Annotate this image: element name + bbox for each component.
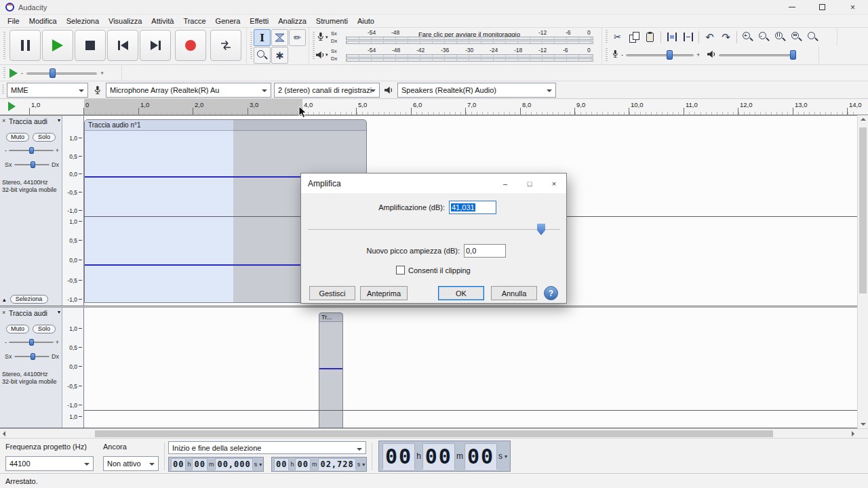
toolbar-grip[interactable] [3, 32, 5, 59]
undo-button[interactable]: ↶ [702, 29, 717, 45]
horizontal-scrollbar[interactable] [0, 428, 868, 438]
menu-file[interactable]: File [3, 15, 24, 27]
slider-thumb[interactable] [31, 161, 35, 168]
manage-button[interactable]: Gestisci [309, 286, 355, 300]
cut-button[interactable]: ✂ [610, 29, 625, 45]
playback-meter[interactable]: ▾ SxDx -54 -48 -42 -36 -30 -24 -18 -12 -… [315, 46, 599, 63]
stop-button[interactable] [75, 30, 106, 61]
menu-seleziona[interactable]: Seleziona [62, 15, 104, 27]
help-button[interactable]: ? [544, 286, 558, 300]
play-button[interactable] [42, 30, 73, 61]
toolbar-grip[interactable] [606, 48, 608, 62]
record-button[interactable] [175, 30, 206, 61]
ok-button[interactable]: OK [438, 286, 484, 300]
mute-button[interactable]: Muto [6, 133, 29, 142]
toolbar-grip[interactable] [606, 30, 608, 44]
track-title-dropdown[interactable]: Traccia audi▾ [9, 309, 60, 317]
chevron-down-icon[interactable]: ▾ [326, 52, 331, 58]
selection-end-time[interactable]: 00h 00m 02,728s ▾ [271, 457, 367, 472]
zoom-selection-button[interactable] [772, 29, 788, 45]
slider-thumb[interactable] [29, 339, 34, 346]
toolbar-grip[interactable] [2, 85, 4, 95]
selection-tool-button[interactable]: I [254, 29, 271, 46]
paste-button[interactable] [642, 29, 658, 45]
track-close-button[interactable]: × [2, 117, 5, 124]
zoom-toggle-button[interactable] [805, 29, 821, 45]
menu-effetti[interactable]: Effetti [245, 15, 273, 27]
clip-header[interactable]: Traccia audio n°1 [85, 120, 366, 131]
clip-header[interactable]: Tr... [319, 313, 342, 322]
dialog-maximize-button[interactable]: □ [517, 174, 542, 193]
dialog-close-button[interactable]: × [542, 174, 566, 193]
selection-start-time[interactable]: 00h 00m 00,000s ▾ [168, 457, 264, 472]
loop-button[interactable] [210, 30, 241, 61]
track-2-waveform-area[interactable]: Tr... [84, 308, 857, 428]
skip-to-end-button[interactable] [140, 30, 171, 61]
slider-thumb[interactable] [50, 68, 56, 78]
envelope-tool-button[interactable] [271, 29, 288, 46]
window-minimize-button[interactable] [776, 0, 807, 14]
play-at-speed-button[interactable] [9, 68, 18, 78]
toolbar-grip[interactable] [250, 32, 252, 59]
slider-thumb[interactable] [537, 224, 545, 235]
redo-button[interactable]: ↷ [718, 29, 734, 45]
cancel-button[interactable]: Annulla [491, 286, 537, 300]
snap-select[interactable]: Non attivo [103, 456, 159, 471]
toolbar-grip[interactable] [3, 67, 5, 79]
vertical-scale-ruler[interactable]: 1,0 0,5 0,0 -0,5 -1,0 1,0 [62, 308, 84, 428]
copy-button[interactable] [626, 29, 642, 45]
menu-modifica[interactable]: Modifica [24, 15, 62, 27]
vertical-scrollbar[interactable] [857, 115, 868, 428]
audio-position-time[interactable]: 00h 00m 00s ▾ [378, 441, 511, 472]
pause-button[interactable] [9, 30, 41, 61]
solo-button[interactable]: Solo [33, 325, 56, 333]
collapse-track-button[interactable]: ▴ [3, 296, 6, 303]
slider-thumb[interactable] [790, 50, 796, 60]
project-rate-select[interactable]: 44100 [5, 456, 94, 471]
audio-host-select[interactable]: MME [7, 83, 88, 98]
chevron-down-icon[interactable]: ▾ [505, 453, 507, 460]
zoom-out-button[interactable]: - [756, 29, 772, 45]
amplification-slider[interactable] [308, 224, 560, 236]
playback-device-select[interactable]: Speakers (Realtek(R) Audio) [397, 83, 556, 98]
selection-range-mode-select[interactable]: Inizio e fine della selezione [168, 441, 366, 454]
trim-outside-selection-button[interactable] [664, 29, 679, 45]
chevron-down-icon[interactable]: ▾ [259, 462, 262, 468]
play-head-pin-icon[interactable] [8, 102, 16, 111]
recording-volume-slider[interactable] [626, 49, 694, 60]
vertical-scale-ruler[interactable]: 1,0 0,5 0,0 -0,5 -1,0 1,0 0,5 0,0 -0,5 -… [62, 116, 84, 306]
audio-clip[interactable]: Tr... [319, 312, 343, 428]
dialog-minimize-button[interactable]: – [493, 174, 517, 193]
menu-tracce[interactable]: Tracce [178, 15, 210, 27]
track-pan-slider[interactable] [14, 161, 50, 169]
menu-strumenti[interactable]: Strumenti [311, 15, 353, 27]
menu-aiuto[interactable]: Aiuto [353, 15, 379, 27]
scrollbar-thumb[interactable] [859, 127, 867, 293]
track-pan-slider[interactable] [14, 352, 50, 361]
multi-tool-button[interactable]: ∗ [271, 47, 288, 64]
menu-genera[interactable]: Genera [211, 15, 245, 27]
menu-visualizza[interactable]: Visualizza [104, 15, 146, 27]
menu-analizza[interactable]: Analizza [273, 15, 311, 27]
allow-clipping-checkbox[interactable] [396, 266, 405, 274]
zoom-fit-button[interactable] [789, 29, 804, 45]
timeline-ruler[interactable]: 1,0 0 1,0 2,0 3,0 4,0 5,0 6,0 7,0 8,0 9,… [0, 99, 868, 115]
silence-selection-button[interactable] [680, 29, 696, 45]
play-speed-slider[interactable] [26, 68, 97, 79]
menu-attivita[interactable]: Attività [146, 15, 178, 27]
zoom-tool-button[interactable] [254, 47, 271, 64]
track-gain-slider[interactable] [9, 338, 54, 346]
skip-to-start-button[interactable] [107, 30, 138, 61]
recording-meter[interactable]: ▾ SxDx -54 -48 Fare clic per avviare il … [315, 28, 599, 45]
mute-button[interactable]: Muto [6, 325, 29, 333]
track-title-dropdown[interactable]: Traccia audi▾ [9, 117, 60, 125]
amplification-input[interactable]: 41,031 [449, 201, 496, 214]
chevron-down-icon[interactable]: ▾ [362, 462, 365, 468]
chevron-down-icon[interactable]: ▾ [326, 35, 331, 40]
select-track-button[interactable]: Seleziona [10, 295, 48, 304]
scrollbar-thumb[interactable] [95, 430, 773, 437]
slider-thumb[interactable] [31, 353, 35, 360]
recording-meter-scale[interactable]: -54 -48 Fare clic per avviare il monitor… [340, 28, 599, 45]
playback-meter-scale[interactable]: -54 -48 -42 -36 -30 -24 -18 -12 -6 0 [340, 46, 599, 63]
solo-button[interactable]: Solo [33, 133, 56, 142]
